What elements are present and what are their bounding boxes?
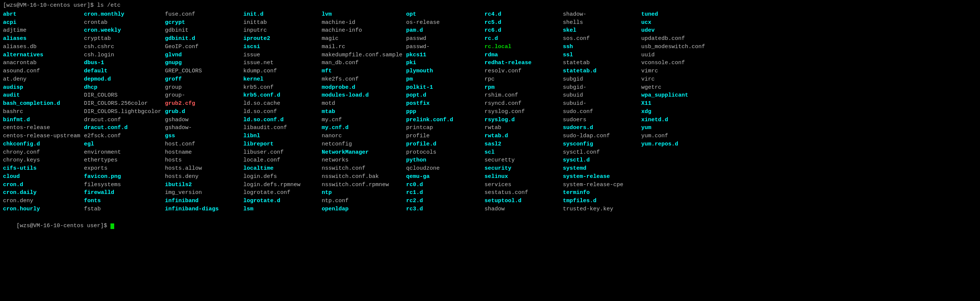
file-item: bash_completion.d [3,100,80,108]
file-item: my.cnf [322,116,402,124]
file-item: gnupg [165,59,240,67]
file-item: yum.conf [641,132,716,140]
file-item: protocols [406,149,480,157]
file-item: abrt [3,10,80,19]
file-item: NetworkManager [322,149,402,157]
file-item: os-release [406,19,480,27]
file-item: rc4.d [484,10,559,19]
file-item: yum [641,124,716,132]
file-item: nsswitch.conf.bak [322,173,402,181]
file-item: chrony.conf [3,149,80,157]
file-item: xdg [641,108,716,116]
file-item: acpi [3,19,80,27]
file-item: lsm [243,205,318,213]
file-item: uuid [641,51,716,59]
file-item: logrotate.d [243,197,318,205]
file-item: ppp [406,108,480,116]
file-item: statetab.d [563,67,637,75]
file-item: xinetd.d [641,116,716,124]
file-item: system-release [563,173,637,181]
file-column-5: optos-releasepam.dpasswdpasswd-pkcs11pki… [406,10,484,213]
file-item: X11 [641,100,716,108]
file-item: postfix [406,100,480,108]
file-item: hosts.allow [165,165,240,173]
file-item: virc [641,75,716,84]
file-item: polkit-1 [406,84,480,92]
file-item: makedumpfile.conf.sample [322,51,402,59]
file-item: DIR_COLORS.lightbgcolor [84,108,161,116]
file-item: locale.conf [243,156,318,165]
file-column-1: cron.monthlycrontabcron.weeklycrypttabcs… [84,10,165,213]
file-item: rsyslog.conf [484,108,559,116]
file-item: ucx [641,19,716,27]
file-column-7: shadow-shellsskelsos.confsshsslstatetabs… [563,10,641,213]
file-item: cloud [3,173,80,181]
file-item: chrony.keys [3,156,80,165]
file-item: statetab [563,59,637,67]
file-item: systemd [563,165,637,173]
file-item: hosts.deny [165,173,240,181]
file-item: groff [165,75,240,84]
file-item: adjtime [3,27,80,35]
file-item: pm [406,75,480,84]
file-item: sysconfig [563,140,637,149]
file-item: sysctl.d [563,156,637,165]
file-item: setuptool.d [484,197,559,205]
file-item: popt.d [406,91,480,100]
file-item: bashrc [3,108,80,116]
file-item: wpa_supplicant [641,91,716,100]
file-item: exports [84,165,161,173]
file-item: fonts [84,197,161,205]
file-item: rwtab [484,124,559,132]
file-item: csh.login [84,51,161,59]
file-item: machine-id [322,19,402,27]
file-item: dracut.conf [84,116,161,124]
file-item: infiniband [165,197,240,205]
file-item: opt [406,10,480,19]
file-item: gcrypt [165,19,240,27]
file-item: resolv.conf [484,67,559,75]
file-item: rc.d [484,35,559,43]
file-item: mail.rc [322,43,402,51]
file-item: iproute2 [243,35,318,43]
file-item: ld.so.conf [243,108,318,116]
file-item: hosts [165,156,240,165]
file-item: usb_modeswitch.conf [641,43,716,51]
file-item: skel [563,27,637,35]
file-item: pkcs11 [406,51,480,59]
file-item: shadow- [563,10,637,19]
file-item: ntp.conf [322,197,402,205]
file-item: fstab [84,205,161,213]
file-item: cron.d [3,181,80,189]
file-item: shadow [484,205,559,213]
file-item: login.defs [243,173,318,181]
file-item: rc2.d [406,197,480,205]
file-item: sudo-ldap.conf [563,132,637,140]
file-item: infiniband-diags [165,205,240,213]
file-item: security [484,165,559,173]
file-item: csh.cshrc [84,43,161,51]
file-item: filesystems [84,181,161,189]
file-item: motd [322,100,402,108]
file-item: netconfig [322,140,402,149]
file-item: ntp [322,189,402,197]
file-column-8: tuneducxudevupdatedb.confusb_modeswitch.… [641,10,719,149]
file-item: group- [165,91,240,100]
file-item: aliases [3,35,80,43]
file-item: rdma [484,51,559,59]
file-item: centos-release [3,124,80,132]
file-item: plymouth [406,67,480,75]
file-item: chkconfig.d [3,140,80,149]
file-item: sestatus.conf [484,189,559,197]
file-item: nsswitch.conf.rpmnew [322,181,402,189]
file-item: rc3.d [406,205,480,213]
file-item: anacrontab [3,59,80,67]
file-item: centos-release-upstream [3,132,80,140]
file-item: rc5.d [484,19,559,27]
file-item: favicon.png [84,173,161,181]
file-item: sudoers.d [563,124,637,132]
file-item: modules-load.d [322,91,402,100]
file-item: pam.d [406,27,480,35]
file-item: cron.weekly [84,27,161,35]
file-item: ld.so.cache [243,100,318,108]
